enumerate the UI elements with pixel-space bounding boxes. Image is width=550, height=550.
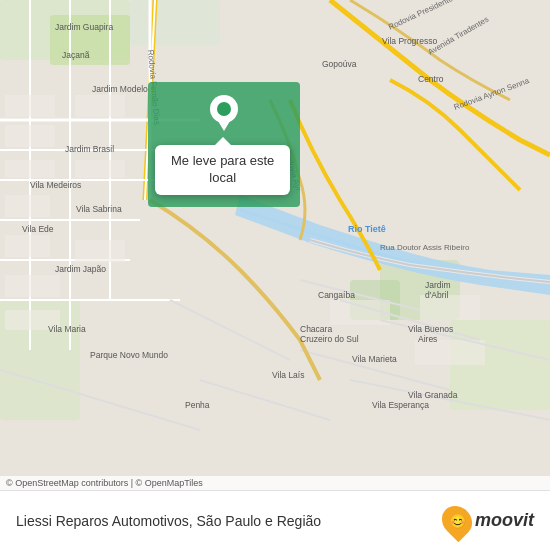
svg-text:Vila Maria: Vila Maria — [48, 324, 86, 334]
tooltip-line1: Me leve para este — [171, 153, 274, 168]
svg-text:Jardim Guapira: Jardim Guapira — [55, 22, 113, 32]
tooltip-text: Me leve para este local — [171, 153, 274, 187]
svg-text:Rio Tietê: Rio Tietê — [348, 224, 386, 234]
svg-text:Penha: Penha — [185, 400, 210, 410]
svg-text:Jardim: Jardim — [425, 280, 451, 290]
svg-text:Centro: Centro — [418, 74, 444, 84]
attribution-text: © OpenStreetMap contributors | © OpenMap… — [6, 478, 203, 488]
svg-text:Vila Ede: Vila Ede — [22, 224, 54, 234]
svg-text:Vila Buenos: Vila Buenos — [408, 324, 453, 334]
svg-text:Vila Marieta: Vila Marieta — [352, 354, 397, 364]
svg-rect-20 — [5, 95, 55, 117]
svg-text:Vila Granada: Vila Granada — [408, 390, 458, 400]
moovit-text: moovit — [475, 510, 534, 531]
svg-text:Parque Novo Mundo: Parque Novo Mundo — [90, 350, 168, 360]
bottom-bar: Liessi Reparos Automotivos, São Paulo e … — [0, 490, 550, 550]
pin-inner — [217, 102, 231, 116]
svg-text:Cangaíba: Cangaíba — [318, 290, 355, 300]
svg-text:Jaçanã: Jaçanã — [62, 50, 90, 60]
svg-rect-25 — [5, 195, 50, 217]
svg-rect-26 — [5, 235, 50, 257]
map-attribution: © OpenStreetMap contributors | © OpenMap… — [0, 476, 550, 490]
svg-rect-23 — [5, 160, 55, 178]
map-container: Rodovia Fernão Dias Rodovia Presidente D… — [0, 0, 550, 490]
svg-text:Vila Medeiros: Vila Medeiros — [30, 180, 81, 190]
svg-text:Cruzeiro do Sul: Cruzeiro do Sul — [300, 334, 359, 344]
map-pin — [210, 95, 238, 131]
svg-text:d'Abril: d'Abril — [425, 290, 448, 300]
svg-rect-24 — [75, 160, 125, 178]
moovit-pin-icon — [436, 499, 478, 541]
svg-rect-29 — [75, 240, 125, 262]
svg-text:Jardim Japão: Jardim Japão — [55, 264, 106, 274]
svg-text:Gopoúva: Gopoúva — [322, 59, 357, 69]
svg-rect-22 — [75, 95, 125, 117]
svg-rect-27 — [5, 275, 60, 297]
svg-text:Rua Doutor Assis Ribeiro: Rua Doutor Assis Ribeiro — [380, 243, 470, 252]
svg-text:Chacara: Chacara — [300, 324, 332, 334]
moovit-logo[interactable]: moovit — [443, 505, 534, 537]
tooltip-line2: local — [209, 170, 236, 185]
svg-text:Vila Laís: Vila Laís — [272, 370, 304, 380]
svg-text:Jardim Brasil: Jardim Brasil — [65, 144, 114, 154]
pin-circle — [210, 95, 238, 123]
pin-tail — [218, 121, 230, 131]
svg-text:Vila Esperança: Vila Esperança — [372, 400, 429, 410]
svg-text:Aires: Aires — [418, 334, 437, 344]
svg-text:Vila Progresso: Vila Progresso — [382, 36, 437, 46]
svg-text:Jardim Modelo: Jardim Modelo — [92, 84, 148, 94]
location-tooltip[interactable]: Me leve para este local — [155, 145, 290, 195]
svg-rect-3 — [130, 0, 220, 45]
svg-text:Vila Sabrina: Vila Sabrina — [76, 204, 122, 214]
location-name: Liessi Reparos Automotivos, São Paulo e … — [16, 513, 321, 529]
svg-rect-21 — [5, 125, 55, 147]
